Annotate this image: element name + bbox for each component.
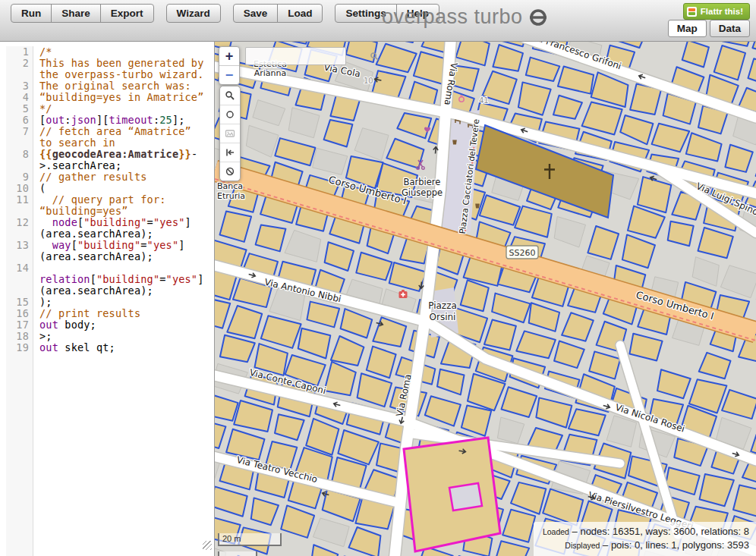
map-scale-bar: 20 m	[218, 533, 282, 546]
code-line: 12 node["building"="yes"]	[0, 217, 214, 228]
map-canvas[interactable]: Via ColaVia RomaVia RomaVia Francesco Gr…	[215, 42, 756, 556]
line-number: 10	[6, 183, 33, 194]
code-line: (area.searchArea);	[0, 285, 214, 297]
line-number	[6, 251, 33, 262]
code-line: 15);	[0, 297, 214, 308]
line-number: 14	[6, 262, 33, 274]
displayed-label: Displayed	[565, 541, 600, 550]
flattr-button[interactable]: Flattr this!	[683, 3, 750, 20]
zoom-out-button[interactable]: −	[219, 66, 239, 84]
line-number: 6	[6, 115, 33, 126]
code-line: 19out skel qt;	[0, 342, 214, 353]
run-button[interactable]: Run	[11, 4, 52, 23]
export-image-button[interactable]	[220, 124, 240, 143]
waste-basket-icon	[452, 140, 457, 145]
road-ref-badge: SS260	[506, 246, 538, 259]
loaded-label: Loaded	[543, 527, 569, 536]
place-label: PiazzaOrsini	[428, 300, 457, 322]
line-number: 13	[6, 240, 33, 251]
line-number: 7	[6, 126, 33, 137]
load-button[interactable]: Load	[277, 4, 323, 23]
line-number: 16	[6, 308, 33, 319]
page-title: overpass turbo	[382, 5, 547, 29]
line-number: 9	[6, 171, 33, 183]
line-number: 18	[6, 331, 33, 342]
collapse-left-icon	[225, 147, 235, 158]
line-number: 1	[6, 46, 33, 58]
line-number: 2	[6, 58, 33, 69]
flattr-icon	[687, 7, 697, 17]
line-number: 4	[6, 92, 33, 103]
code-line: 9// gather results	[0, 171, 214, 183]
code-line: 14	[0, 262, 214, 274]
code-line: (area.searchArea);	[0, 251, 214, 262]
line-number	[6, 228, 33, 240]
map-status-bar: Loaded – nodes: 16351, ways: 3600, relat…	[534, 522, 756, 556]
zoom-in-button[interactable]: +	[219, 47, 239, 66]
scale-label: 20 m	[222, 534, 241, 543]
code-line: 2This has been generated by	[0, 58, 214, 69]
code-line: the overpass-turbo wizard.	[0, 69, 214, 80]
code-line: 11 // query part for:	[0, 194, 214, 206]
map-toolbar	[219, 86, 241, 181]
map-search-input[interactable]	[246, 49, 370, 64]
magnifier-icon	[225, 90, 235, 101]
line-number	[6, 274, 33, 285]
abort-button[interactable]	[220, 162, 240, 181]
zoom-control: + −	[219, 46, 240, 85]
line-number	[6, 285, 33, 297]
code-line: 10(	[0, 183, 214, 194]
search-icon	[370, 52, 380, 61]
code-editor[interactable]: 1/*2This has been generated bythe overpa…	[0, 42, 215, 556]
code-line: 4“building=yes in Amatrice”	[0, 92, 214, 103]
line-number	[6, 160, 33, 171]
svg-text:SS260: SS260	[509, 248, 536, 258]
map-tiles: Via ColaVia RomaVia RomaVia Francesco Gr…	[215, 42, 756, 556]
wizard-button[interactable]: Wizard	[166, 4, 221, 23]
code-line: (area.searchArea);	[0, 228, 214, 240]
flattr-label: Flattr this!	[701, 7, 743, 16]
overpass-turbo-app: RunShareExportWizardSaveLoadSettingsHelp…	[0, 0, 756, 556]
panel-resize-grip[interactable]	[203, 541, 212, 550]
view-tabs: Map Data	[668, 20, 750, 37]
line-number: 3	[6, 80, 33, 92]
code-line: relation["building"="yes"]	[0, 274, 214, 285]
code-line: “building=yes”	[0, 206, 214, 217]
line-number: 11	[6, 194, 33, 206]
code-line: 5*/	[0, 103, 214, 115]
collapse-editor-button[interactable]	[220, 143, 240, 162]
zoom-to-data-button[interactable]	[220, 86, 240, 105]
share-button[interactable]: Share	[51, 4, 101, 23]
cancel-icon	[225, 166, 235, 177]
place-label: BancaEtruria	[217, 181, 245, 201]
tab-map[interactable]: Map	[668, 20, 707, 37]
line-number: 12	[6, 217, 33, 228]
line-number	[6, 206, 33, 217]
map-search	[245, 47, 346, 65]
code-line: 6[out:json][timeout:25];	[0, 115, 214, 126]
line-number	[6, 69, 33, 80]
export-button[interactable]: Export	[100, 4, 154, 23]
code-line: 17out body;	[0, 319, 214, 331]
house-number: 41	[479, 96, 489, 105]
house-number: 10	[364, 77, 373, 85]
line-number: 15	[6, 297, 33, 308]
tab-data[interactable]: Data	[710, 20, 750, 37]
waste-basket-icon	[475, 204, 480, 209]
locate-button[interactable]	[220, 105, 240, 124]
code-line: >.searchArea;	[0, 160, 214, 171]
gutter	[6, 353, 33, 556]
code-line: to search in	[0, 137, 214, 149]
place-label: BarbiereGiuseppe	[402, 177, 443, 198]
app-title-text: overpass turbo	[382, 5, 523, 29]
loaded-counts: – nodes: 16351, ways: 3600, relations: 8	[569, 526, 749, 537]
code-line: 16// print results	[0, 308, 214, 319]
map-scale-bar-imperial	[218, 551, 257, 556]
line-number: 8	[6, 149, 33, 160]
save-button[interactable]: Save	[233, 4, 279, 23]
line-number	[6, 137, 33, 149]
circle-icon	[225, 109, 235, 120]
overpass-turbo-logo-icon	[529, 8, 547, 27]
line-number: 17	[6, 319, 33, 331]
highlighted-courtyard	[449, 483, 482, 510]
